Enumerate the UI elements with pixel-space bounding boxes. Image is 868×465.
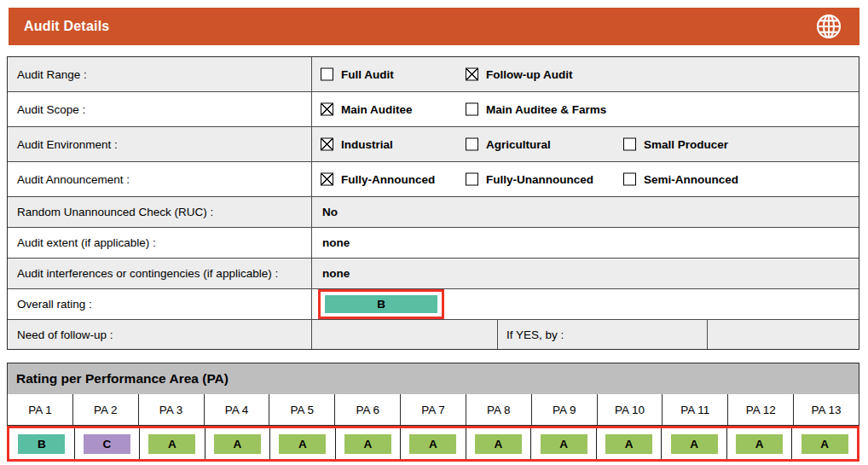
pa-9-header: PA 9 <box>532 394 598 425</box>
pa-2-rating-badge: C <box>84 434 130 454</box>
overall-rating-highlight-box: B <box>318 289 444 319</box>
table-row-overall-rating: Overall rating : B <box>8 289 859 320</box>
checkbox-unchecked-icon[interactable] <box>466 173 478 186</box>
pa-11-header: PA 11 <box>663 394 728 425</box>
checkbox-unchecked-icon[interactable] <box>623 173 636 186</box>
pa-13-header: PA 13 <box>794 394 859 425</box>
main-auditee-farms-label: Main Auditee & Farms <box>486 103 606 116</box>
audit-announcement-label: Audit Announcement : <box>8 162 312 196</box>
table-row-audit-scope: Audit Scope : Main Auditee Main Auditee … <box>8 92 859 127</box>
audit-details-table: Audit Range : Full Audit Follow-up Audit… <box>7 56 859 350</box>
overall-rating-badge: B <box>325 295 437 313</box>
checkbox-checked-icon[interactable] <box>466 68 478 81</box>
pa-11-rating-badge: A <box>671 434 718 454</box>
pa-12-header: PA 12 <box>728 394 794 425</box>
audit-scope-label: Audit Scope : <box>8 92 312 126</box>
pa-5-header: PA 5 <box>269 394 335 425</box>
follow-up-audit-option[interactable]: Follow-up Audit <box>466 68 572 81</box>
agricultural-option[interactable]: Agricultural <box>466 138 551 151</box>
semi-announced-option[interactable]: Semi-Announced <box>623 173 738 186</box>
audit-extent-value-cell: none <box>312 228 859 258</box>
fully-announced-label: Fully-Announced <box>341 173 435 186</box>
pa-rating-cell: A <box>597 428 663 459</box>
checkbox-checked-icon[interactable] <box>321 138 333 151</box>
pa-rating-cell: A <box>531 428 597 459</box>
need-follow-up-label: Need of follow-up : <box>8 320 312 349</box>
table-row-audit-interferences: Audit interferences or contingencies (if… <box>8 259 859 289</box>
pa-ratings-row-highlighted: B C A A A A A A A A A A A <box>7 426 859 462</box>
industrial-option[interactable]: Industrial <box>321 138 393 151</box>
pa-2-header: PA 2 <box>73 394 139 425</box>
pa-10-rating-badge: A <box>605 434 652 454</box>
pa-rating-cell: A <box>792 428 857 459</box>
pa-rating-cell: C <box>75 428 141 459</box>
audit-details-header: Audit Details <box>9 8 859 45</box>
audit-interferences-label: Audit interferences or contingencies (if… <box>8 259 312 288</box>
table-row-ruc: Random Unannounced Check (RUC) : No <box>8 197 859 228</box>
pa-13-rating-badge: A <box>801 434 848 454</box>
full-audit-label: Full Audit <box>341 68 394 81</box>
checkbox-unchecked-icon[interactable] <box>466 103 478 116</box>
checkbox-unchecked-icon[interactable] <box>623 138 636 151</box>
agricultural-label: Agricultural <box>486 138 551 151</box>
audit-range-label: Audit Range : <box>8 57 312 91</box>
pa-12-rating-badge: A <box>736 434 783 454</box>
ruc-value-cell: No <box>312 197 859 227</box>
page-title: Audit Details <box>24 19 109 34</box>
need-follow-up-value-cell <box>312 320 498 349</box>
small-producer-label: Small Producer <box>644 138 728 151</box>
need-follow-up-cells: If YES, by : <box>312 320 859 349</box>
checkbox-unchecked-icon[interactable] <box>466 138 478 151</box>
pa-8-header: PA 8 <box>466 394 532 425</box>
audit-extent-value: none <box>312 236 350 249</box>
pa-rating-cell: A <box>270 428 336 459</box>
pa-column-header-row: PA 1 PA 2 PA 3 PA 4 PA 5 PA 6 PA 7 PA 8 … <box>7 394 859 426</box>
pa-7-header: PA 7 <box>401 394 466 425</box>
ruc-value: No <box>312 206 338 218</box>
if-yes-by-label: If YES, by : <box>498 320 708 349</box>
pa-3-rating-badge: A <box>148 434 195 454</box>
globe-icon[interactable] <box>815 13 842 40</box>
audit-extent-label: Audit extent (if applicable) : <box>8 228 312 258</box>
pa-6-rating-badge: A <box>344 434 391 454</box>
fully-unannounced-label: Fully-Unannounced <box>486 173 593 186</box>
pa-4-header: PA 4 <box>205 394 270 425</box>
overall-rating-label: Overall rating : <box>8 289 312 319</box>
full-audit-option[interactable]: Full Audit <box>321 68 394 81</box>
pa-4-rating-badge: A <box>214 434 261 454</box>
if-yes-by-value-cell <box>708 320 859 349</box>
fully-announced-option[interactable]: Fully-Announced <box>321 173 435 186</box>
pa-rating-cell: A <box>727 428 793 459</box>
pa-8-rating-badge: A <box>475 434 522 454</box>
pa-rating-cell: A <box>466 428 532 459</box>
table-row-audit-announcement: Audit Announcement : Fully-Announced Ful… <box>8 162 859 197</box>
pa-6-header: PA 6 <box>335 394 401 425</box>
pa-3-header: PA 3 <box>139 394 205 425</box>
pa-9-rating-badge: A <box>541 434 587 454</box>
pa-1-rating-badge: B <box>18 434 65 454</box>
pa-7-rating-badge: A <box>409 434 456 454</box>
pa-5-rating-badge: A <box>279 434 326 454</box>
table-row-need-of-follow-up: Need of follow-up : If YES, by : <box>8 320 859 349</box>
small-producer-option[interactable]: Small Producer <box>623 138 728 151</box>
pa-section-header: Rating per Performance Area (PA) <box>7 363 859 395</box>
overall-rating-value-cell: B <box>312 289 859 319</box>
fully-unannounced-option[interactable]: Fully-Unannounced <box>466 173 593 186</box>
pa-rating-cell: A <box>662 428 727 459</box>
main-auditee-farms-option[interactable]: Main Auditee & Farms <box>466 103 606 116</box>
industrial-label: Industrial <box>341 138 393 151</box>
checkbox-checked-icon[interactable] <box>321 173 333 186</box>
audit-announcement-values: Fully-Announced Fully-Unannounced Semi-A… <box>312 162 859 196</box>
table-row-audit-environment: Audit Environment : Industrial Agricultu… <box>8 127 859 162</box>
table-row-audit-extent: Audit extent (if applicable) : none <box>8 228 859 259</box>
audit-environment-label: Audit Environment : <box>8 127 312 161</box>
audit-interferences-value: none <box>312 267 350 280</box>
pa-rating-cell: B <box>9 428 75 459</box>
follow-up-audit-label: Follow-up Audit <box>486 68 572 81</box>
audit-interferences-value-cell: none <box>312 259 859 288</box>
checkbox-checked-icon[interactable] <box>321 103 333 116</box>
pa-rating-cell: A <box>336 428 402 459</box>
checkbox-unchecked-icon[interactable] <box>321 68 333 81</box>
audit-range-values: Full Audit Follow-up Audit <box>312 57 859 91</box>
main-auditee-option[interactable]: Main Auditee <box>321 103 413 116</box>
